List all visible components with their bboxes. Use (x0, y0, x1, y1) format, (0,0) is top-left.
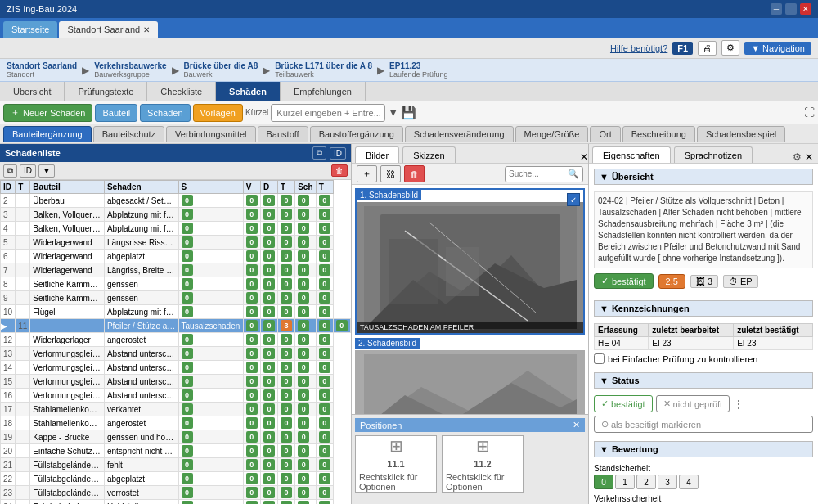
standsicherheit-1[interactable]: 1 (615, 475, 635, 489)
subtab-bauteilschutz[interactable]: Bauteilschutz (93, 126, 164, 142)
table-row[interactable]: 21 Füllstabgeländer mit Seil - Brücke fe… (1, 458, 351, 472)
middle-panel-close-button[interactable]: ✕ (580, 151, 588, 163)
vorlagen-button[interactable]: Vorlagen (193, 104, 243, 122)
table-row[interactable]: 5 Widerlagerwand Längsrisse Rissbreite 0… (1, 236, 351, 250)
section-bewertung-header[interactable]: ▼ Bewertung (594, 441, 813, 457)
copy-id-button[interactable]: ⧉ (312, 146, 326, 160)
mid-tab-skizzen[interactable]: Skizzen (402, 146, 456, 163)
tab-ubersicht[interactable]: Übersicht (0, 82, 65, 101)
print-button[interactable]: 🖨 (698, 41, 717, 56)
table-row[interactable]: 9 Seitliche Kammerwand gerissen 0 0 0 0 … (1, 291, 351, 305)
pos-item-1[interactable]: ⊞ 11.1 Rechtsklick für Optionen (355, 435, 437, 493)
copy-button[interactable]: ⧉ (3, 164, 17, 178)
table-row[interactable]: 7 Widerlagerwand Längriss, Breite 0,3 r … (1, 263, 351, 277)
tab-standort-saarland[interactable]: Standort Saarland ✕ (59, 21, 158, 38)
tab-startseite[interactable]: Startseite (3, 21, 57, 38)
subtab-baustofferganzung[interactable]: Baustoffergänzung (310, 126, 403, 142)
table-row[interactable]: 4 Balken, Vollquerschnitt Abplatzung mit… (1, 222, 351, 236)
subtab-schadensveranderung[interactable]: Schadensveränderung (405, 126, 514, 142)
right-panel-close-button[interactable]: ✕ (805, 151, 813, 163)
bc-standort[interactable]: Standort Saarland Standort (7, 61, 77, 79)
minimize-button[interactable]: ─ (771, 3, 782, 15)
bauteil-button[interactable]: Bauteil (95, 104, 137, 122)
table-row[interactable]: 13 Verformungsgleitlager, bewehr. ohne..… (1, 347, 351, 361)
maximize-button[interactable]: □ (785, 3, 797, 15)
section-status-header[interactable]: ▼ Status (594, 372, 813, 389)
new-schaden-button[interactable]: ＋ Neuer Schaden (3, 104, 92, 122)
nicht-gepruft-btn[interactable]: ✕ nicht geprüft (656, 395, 730, 412)
tab-prufungstexte[interactable]: Prüfungstexte (65, 82, 147, 101)
table-row[interactable]: 6 Widerlagerwand abgeplatzt 0 0 0 0 0 0 (1, 250, 351, 263)
table-row[interactable]: 18 Stahlamellenkonstruktion, Kunststoff.… (1, 416, 351, 430)
subtab-menge-grosse[interactable]: Menge/Größe (515, 126, 589, 142)
section-kenn-header[interactable]: ▼ Kennzeichnungen (594, 300, 813, 317)
settings-button[interactable]: ⚙ (721, 40, 739, 56)
bestatigt-btn[interactable]: ✓ bestätigt (594, 395, 653, 412)
table-row[interactable]: 3 Balken, Vollquerschnitt Abplatzung mit… (1, 208, 351, 222)
f1-button[interactable]: F1 (672, 42, 693, 55)
status-more-button[interactable]: ⋮ (733, 395, 744, 412)
table-row[interactable]: 15 Verformungsgleitlager, mit F... Absta… (1, 375, 351, 389)
subtab-beschreibung[interactable]: Beschreibung (622, 126, 695, 142)
schaden-button[interactable]: Schaden (140, 104, 190, 122)
table-row[interactable]: 10 Flügel Abplatzung mit freilie 0 0 0 0… (1, 305, 351, 319)
nicht-gepruft-label: nicht geprüft (673, 399, 723, 409)
fullscreen-icon[interactable]: ⛶ (804, 106, 815, 119)
table-row[interactable]: 19 Kappe - Brücke gerissen und hohl kli … (1, 430, 351, 444)
table-row[interactable]: 16 Verformungsgleitlager, mit F... Absta… (1, 389, 351, 403)
table-row[interactable]: 22 Füllstabgeländer mit Seil - Brücke ab… (1, 472, 351, 486)
id-toggle-button[interactable]: ID (330, 147, 346, 160)
subtab-bauteilerganzung[interactable]: Bauteilergänzung (3, 126, 92, 142)
subtab-baustoff[interactable]: Baustoff (258, 126, 308, 142)
pos-item-2[interactable]: ⊞ 11.2 Rechtsklick für Optionen (442, 435, 524, 493)
standsicherheit-3[interactable]: 3 (658, 475, 677, 489)
table-row[interactable]: 2 Überbau abgesackt / Setzung 0 0 0 0 0 … (1, 194, 351, 208)
table-row[interactable]: 23 Füllstabgeländer mit Seil - Brücke ve… (1, 486, 351, 500)
subtab-verbindungsmittel[interactable]: Verbindungsmittel (166, 126, 255, 142)
delete-row-button[interactable]: 🗑 (331, 164, 348, 177)
table-row[interactable]: 24 Fahrbahnbelag - Brücke Hohlstelle 0 0… (1, 500, 351, 505)
subtab-ort[interactable]: Ort (590, 126, 620, 142)
tab-empfehlungen[interactable]: Empfehlungen (281, 82, 366, 101)
action-toolbar: ＋ Neuer Schaden Bauteil Schaden Vorlagen… (0, 101, 818, 124)
properties-gear-button[interactable]: ⚙ (793, 151, 802, 163)
table-row[interactable]: 14 Verformungsgleitlager, bewehr. ohne..… (1, 361, 351, 375)
bc-ep[interactable]: EP11.23 Laufende Prüfung (389, 61, 448, 79)
table-row[interactable]: 12 Widerlagerlager angerostet 0 0 0 0 0 … (1, 333, 351, 347)
bc-bauwerksgruppe[interactable]: Verkehrsbauwerke Bauwerksgruppe (94, 61, 166, 79)
navigation-button[interactable]: ▼ Navigation (744, 42, 811, 55)
standsicherheit-2[interactable]: 2 (636, 475, 656, 489)
image-search-input[interactable] (509, 169, 566, 178)
bc-teilbauwerk[interactable]: Brücke L171 über die A 8 Teilbauwerk (275, 61, 372, 79)
kurzel-search-input[interactable] (271, 104, 385, 122)
cell-t2: 0 (278, 361, 295, 375)
filter-icon[interactable]: ▼ (388, 106, 398, 119)
delete-image-button[interactable]: 🗑 (404, 165, 425, 182)
right-tab-eigenschaften[interactable]: Eigenschaften (592, 146, 671, 163)
kenn-checkbox[interactable] (594, 353, 605, 364)
subtab-schadensbeispiel[interactable]: Schadensbeispiel (697, 126, 785, 142)
beseitigt-btn[interactable]: ⊙ als beseitigt markieren (594, 416, 813, 433)
link-image-button[interactable]: ⛓ (380, 165, 401, 182)
mid-tab-bilder[interactable]: Bilder (355, 146, 399, 163)
filter-rows-button[interactable]: ▼ (38, 164, 55, 178)
standsicherheit-4[interactable]: 4 (679, 475, 699, 489)
table-row[interactable]: 20 Einfache Schutzplanke entspricht nich… (1, 444, 351, 458)
table-row[interactable]: ▶ 11 Pfeiler / Stütze als Vollquerschnit… (1, 319, 351, 333)
id-button[interactable]: ID (20, 164, 36, 178)
positions-close-button[interactable]: ✕ (573, 420, 580, 430)
help-link[interactable]: Hilfe benötigt? (610, 43, 667, 53)
table-row[interactable]: 8 Seitliche Kammerwand gerissen 0 0 0 0 … (1, 277, 351, 291)
tab-checkliste[interactable]: Checkliste (147, 82, 216, 101)
right-tab-sprachnotizen[interactable]: Sprachnotizen (674, 146, 753, 163)
table-row[interactable]: 17 Stahlamellenkonstruktion, Kunststoff.… (1, 403, 351, 416)
close-button[interactable]: ✕ (800, 3, 811, 15)
add-image-button[interactable]: ＋ (357, 165, 377, 182)
standsicherheit-0[interactable]: 0 (594, 475, 614, 489)
bc-bauwerk[interactable]: Brücke über die A8 Bauwerk (184, 61, 258, 79)
tab-schaden[interactable]: Schäden (216, 82, 281, 101)
tab-close-icon[interactable]: ✕ (143, 25, 150, 34)
section-ubersicht-header[interactable]: ▼ Übersicht (594, 169, 813, 185)
save-icon[interactable]: 💾 (401, 106, 416, 120)
img-1-checkbox[interactable]: ✓ (567, 193, 580, 206)
